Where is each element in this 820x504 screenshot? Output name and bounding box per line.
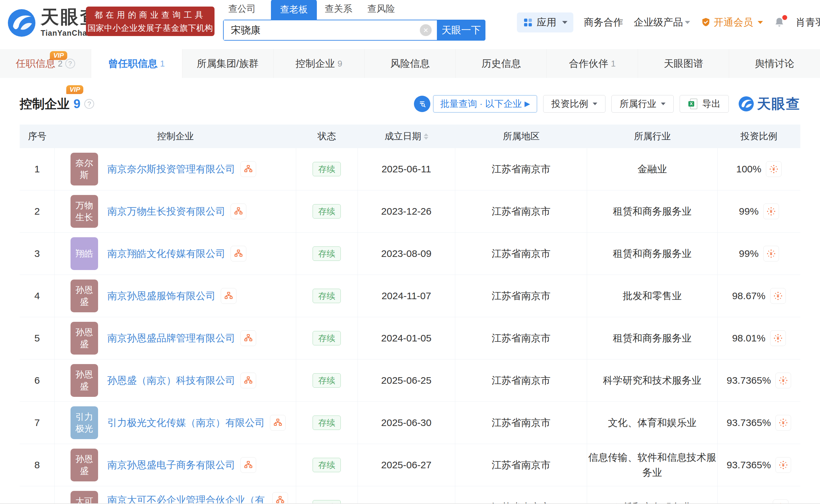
industry: 租赁和商务服务业: [587, 486, 717, 504]
ratio-filter-dropdown[interactable]: 投资比例: [543, 95, 605, 113]
industry: 批发和零售业: [587, 275, 717, 317]
org-chart-icon[interactable]: [241, 330, 256, 346]
chevron-down-icon: [685, 21, 690, 24]
tab-item[interactable]: 历史信息: [456, 49, 547, 78]
tab-label: 所属集团/族群: [197, 57, 259, 70]
org-chart-icon[interactable]: [272, 492, 288, 504]
svg-text:¥: ¥: [777, 293, 779, 298]
tab-item[interactable]: 舆情讨论: [729, 49, 820, 78]
tianyancha-watermark: 天眼查: [739, 95, 800, 113]
tab-item[interactable]: 控制企业 9: [274, 49, 365, 78]
open-membership-button[interactable]: 开通会员: [701, 16, 763, 29]
batch-query-button[interactable]: 批量查询 · 以下企业▶: [433, 95, 537, 113]
tab-item[interactable]: 风险信息: [365, 49, 456, 78]
search-tab[interactable]: 查老板: [271, 0, 317, 20]
nav-enterprise[interactable]: 企业级产品: [634, 16, 690, 29]
org-chart-icon[interactable]: [241, 373, 256, 388]
search-tab[interactable]: 查关系: [325, 3, 352, 20]
status-badge: 存续: [313, 416, 341, 430]
company-link[interactable]: 孙恩盛（南京）科技有限公司: [107, 373, 235, 388]
sort-toggle[interactable]: [424, 133, 428, 140]
slogan-line2: 国家中小企业发展子基金旗下机构: [88, 21, 213, 34]
help-icon[interactable]: ?: [84, 99, 94, 109]
company-link[interactable]: 南京孙恩盛电子商务有限公司: [107, 457, 235, 472]
company-link[interactable]: 南京奈尔斯投资管理有限公司: [107, 162, 235, 176]
founded-date: 2025-06-25: [358, 359, 456, 401]
slogan-line1: 都在用的商业查询工具: [94, 8, 206, 21]
investment-ratio: 93.7365%: [727, 459, 771, 471]
arrow-right-icon: ▶: [524, 100, 530, 108]
tab-item[interactable]: 天眼图谱: [638, 49, 729, 78]
org-chart-icon[interactable]: [221, 288, 237, 304]
tab-label: 风险信息: [390, 57, 430, 70]
tab-item[interactable]: VIP 任职信息 2 ?: [0, 49, 91, 78]
org-chart-icon[interactable]: [231, 246, 246, 262]
row-index: 8: [20, 444, 55, 486]
help-icon[interactable]: ?: [65, 59, 75, 68]
search-tab[interactable]: 查风险: [367, 3, 395, 20]
row-index: 7: [20, 402, 55, 444]
apps-menu[interactable]: 应用: [517, 12, 573, 32]
table-row: 3 翔皓 南京翔皓文化传媒有限公司 存续 2023-08: [20, 233, 800, 275]
col-company: 控制企业: [55, 125, 296, 148]
company-link[interactable]: 南京翔皓文化传媒有限公司: [107, 246, 225, 261]
member-shield-icon: [701, 17, 711, 28]
search-input[interactable]: [224, 20, 420, 40]
tab-item[interactable]: 所属集团/族群: [182, 49, 274, 78]
tab-label: 历史信息: [481, 57, 521, 70]
company-link[interactable]: 南京孙恩盛服饰有限公司: [107, 288, 216, 303]
search-tabs: 查公司 查老板 查关系 查风险: [223, 1, 485, 20]
col-date: 成立日期: [358, 125, 456, 148]
industry: 租赁和商务服务业: [587, 233, 717, 275]
tab-item[interactable]: 曾任职信息 1: [91, 49, 182, 78]
nav-cooperation[interactable]: 商务合作: [584, 16, 623, 29]
tab-item[interactable]: 合作伙伴 1: [547, 49, 638, 78]
company-link[interactable]: 南京大可不必企业管理合伙企业（有限合伙）: [107, 493, 267, 504]
table-row: 1 奈尔 斯 南京奈尔斯投资管理有限公司 存续 2025: [20, 148, 800, 190]
search-button[interactable]: 天眼一下: [437, 20, 485, 41]
investment-detail-icon[interactable]: ¥: [775, 373, 791, 388]
notification-bell-icon[interactable]: [773, 16, 785, 28]
investment-detail-icon[interactable]: ¥: [770, 288, 786, 304]
search-bar: × 天眼一下: [223, 20, 485, 41]
apps-label: 应用: [537, 16, 556, 29]
search-tab[interactable]: 查公司: [228, 3, 256, 20]
industry-filter-dropdown[interactable]: 所属行业: [611, 95, 674, 113]
investment-detail-icon[interactable]: ¥: [763, 204, 779, 219]
region: 江苏省南京市: [455, 233, 587, 275]
org-chart-icon[interactable]: [231, 204, 246, 219]
company-link[interactable]: 南京孙恩盛品牌管理有限公司: [107, 331, 235, 345]
clear-icon[interactable]: ×: [420, 24, 432, 36]
svg-text:¥: ¥: [782, 378, 785, 383]
investment-ratio: 98.67%: [732, 290, 766, 301]
investment-detail-icon[interactable]: ¥: [770, 330, 786, 346]
col-status: 状态: [296, 125, 358, 148]
company-link[interactable]: 引力极光文化传媒（南京）有限公司: [107, 415, 265, 430]
row-index: 1: [20, 148, 55, 190]
industry: 文化、体育和娱乐业: [587, 402, 717, 444]
investment-ratio: 100%: [736, 164, 761, 175]
industry: 租赁和商务服务业: [587, 190, 717, 232]
row-index: 2: [20, 190, 55, 232]
user-menu[interactable]: 肖青羽: [796, 16, 820, 29]
svg-text:¥: ¥: [770, 208, 772, 214]
org-chart-icon[interactable]: [270, 415, 286, 431]
row-index: 4: [20, 275, 55, 317]
section-header: VIP 控制企业 9 ? 批量查询 · 以下企业▶ 投资比例: [20, 93, 800, 115]
company-link[interactable]: 南京万物生长投资有限公司: [107, 204, 225, 219]
investment-detail-icon[interactable]: ¥: [763, 246, 779, 262]
tianyancha-logo-icon: [739, 96, 754, 111]
controlled-companies-table: 序号 控制企业 状态 成立日期 所属地区 所属行业 投资比例 1 奈尔 斯 南京…: [20, 125, 800, 504]
industry: 科学研究和技术服务业: [587, 359, 717, 401]
region: 江苏省南京市: [455, 190, 587, 232]
region: 江苏省南京市: [455, 317, 587, 359]
table-row: 9 大可 不必 南京大可不必企业管理合伙企业（有限合伙） 存续: [20, 486, 800, 504]
tianyancha-logo-icon: [8, 9, 35, 37]
investment-detail-icon[interactable]: ¥: [766, 161, 782, 177]
investment-detail-icon[interactable]: ¥: [775, 415, 791, 431]
batch-query-icon[interactable]: [414, 96, 430, 112]
export-button[interactable]: X 导出: [680, 95, 729, 113]
org-chart-icon[interactable]: [241, 457, 256, 473]
org-chart-icon[interactable]: [241, 161, 256, 177]
investment-detail-icon[interactable]: ¥: [775, 457, 791, 473]
